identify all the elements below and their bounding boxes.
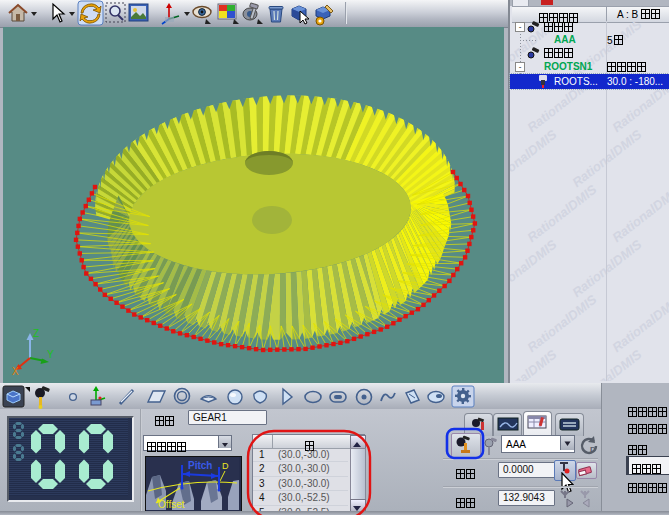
svg-text:Pitch: Pitch [188,460,212,471]
svg-text:Offset: Offset [158,499,185,510]
svg-text:X: X [12,366,19,377]
svg-text:D: D [590,445,596,454]
svg-text:Z: Z [33,328,39,339]
svg-text:Y: Y [47,349,54,360]
svg-text:D: D [222,461,229,471]
